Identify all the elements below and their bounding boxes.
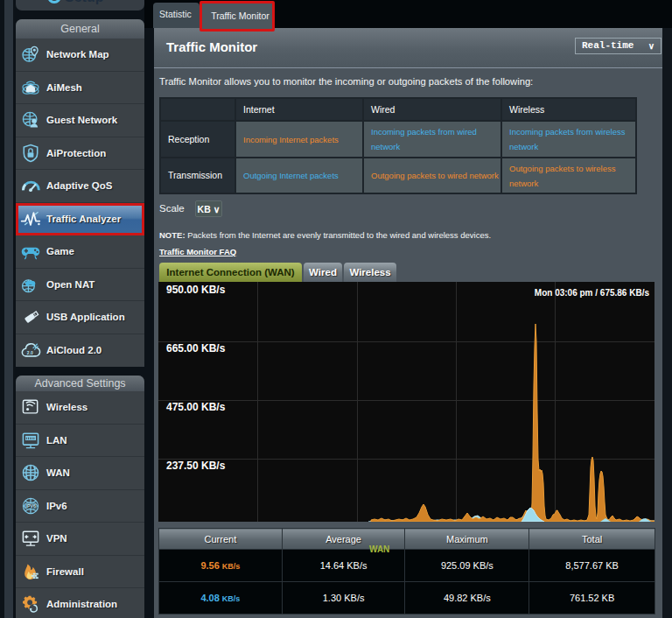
svg-text:IPV6: IPV6 [25, 503, 36, 509]
svg-text:2.0: 2.0 [27, 350, 33, 355]
